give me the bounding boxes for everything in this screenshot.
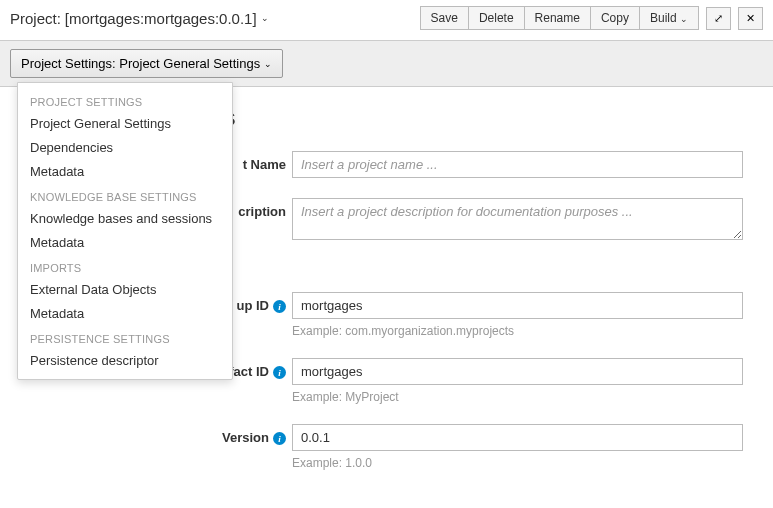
artifact-id-input[interactable] bbox=[292, 358, 743, 385]
build-button[interactable]: Build ⌄ bbox=[639, 6, 699, 30]
save-button[interactable]: Save bbox=[420, 6, 469, 30]
version-label: Versioni bbox=[200, 424, 286, 445]
project-label: Project: bbox=[10, 10, 61, 27]
menu-item-general-settings[interactable]: Project General Settings bbox=[18, 112, 232, 136]
toolbar: Project Settings: Project General Settin… bbox=[0, 40, 773, 87]
dropdown-section-header: KNOWLEDGE BASE SETTINGS bbox=[18, 184, 232, 207]
menu-item-kbase-sessions[interactable]: Knowledge bases and sessions bbox=[18, 207, 232, 231]
menu-item-dependencies[interactable]: Dependencies bbox=[18, 136, 232, 160]
info-icon[interactable]: i bbox=[273, 432, 286, 445]
header: Project: [mortgages:mortgages:0.0.1] ⌄ S… bbox=[0, 0, 773, 36]
chevron-down-icon: ⌄ bbox=[261, 13, 269, 23]
info-icon[interactable]: i bbox=[273, 366, 286, 379]
close-icon[interactable]: ✕ bbox=[738, 7, 763, 30]
group-id-input[interactable] bbox=[292, 292, 743, 319]
dropdown-section-header: PROJECT SETTINGS bbox=[18, 89, 232, 112]
description-input[interactable] bbox=[292, 198, 743, 240]
page-title: ngs bbox=[200, 105, 743, 131]
settings-dropdown-button[interactable]: Project Settings: Project General Settin… bbox=[10, 49, 283, 78]
gav-section: l bbox=[200, 263, 743, 278]
menu-item-metadata[interactable]: Metadata bbox=[18, 160, 232, 184]
action-buttons: Save Delete Rename Copy Build ⌄ bbox=[421, 6, 699, 30]
copy-button[interactable]: Copy bbox=[590, 6, 640, 30]
project-name: [mortgages:mortgages:0.0.1] bbox=[65, 10, 257, 27]
group-id-hint: Example: com.myorganization.myprojects bbox=[292, 324, 743, 338]
dropdown-section-header: PERSISTENCE SETTINGS bbox=[18, 326, 232, 349]
version-hint: Example: 1.0.0 bbox=[292, 456, 743, 470]
version-input[interactable] bbox=[292, 424, 743, 451]
project-selector[interactable]: Project: [mortgages:mortgages:0.0.1] ⌄ bbox=[10, 10, 269, 27]
menu-item-external-data[interactable]: External Data Objects bbox=[18, 278, 232, 302]
settings-dropdown-menu: PROJECT SETTINGS Project General Setting… bbox=[17, 82, 233, 380]
menu-item-kb-metadata[interactable]: Metadata bbox=[18, 231, 232, 255]
expand-icon[interactable]: ⤢ bbox=[706, 7, 731, 30]
chevron-down-icon: ⌄ bbox=[680, 14, 688, 24]
menu-item-import-metadata[interactable]: Metadata bbox=[18, 302, 232, 326]
project-name-input[interactable] bbox=[292, 151, 743, 178]
rename-button[interactable]: Rename bbox=[524, 6, 591, 30]
dropdown-section-header: IMPORTS bbox=[18, 255, 232, 278]
info-icon[interactable]: i bbox=[273, 300, 286, 313]
menu-item-persistence[interactable]: Persistence descriptor bbox=[18, 349, 232, 373]
chevron-down-icon: ⌄ bbox=[264, 59, 272, 69]
delete-button[interactable]: Delete bbox=[468, 6, 525, 30]
artifact-id-hint: Example: MyProject bbox=[292, 390, 743, 404]
